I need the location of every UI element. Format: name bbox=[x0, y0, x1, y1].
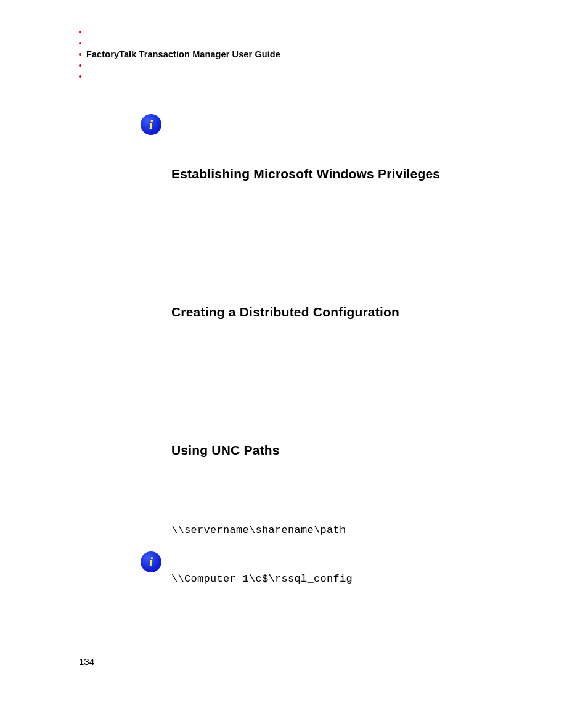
dot-icon bbox=[79, 64, 81, 67]
section-heading-unc-paths: Using UNC Paths bbox=[171, 443, 523, 458]
dot-icon bbox=[79, 31, 81, 33]
dot-icon bbox=[79, 75, 81, 78]
page-number: 134 bbox=[79, 656, 94, 667]
running-header: FactoryTalk Transaction Manager User Gui… bbox=[86, 49, 280, 59]
dot-icon bbox=[79, 53, 81, 56]
main-content: Establishing Microsoft Windows Privilege… bbox=[171, 167, 523, 585]
info-icon: i bbox=[141, 114, 161, 135]
dot-icon bbox=[79, 42, 81, 44]
section-heading-privileges: Establishing Microsoft Windows Privilege… bbox=[171, 167, 523, 181]
margin-dot-decoration bbox=[79, 31, 81, 78]
unc-path-syntax: \\servername\sharename\path bbox=[171, 524, 523, 536]
section-heading-distributed-config: Creating a Distributed Configuration bbox=[171, 305, 523, 320]
unc-path-example: \\Computer 1\c$\rssql_config bbox=[171, 573, 523, 585]
info-icon: i bbox=[141, 551, 161, 572]
